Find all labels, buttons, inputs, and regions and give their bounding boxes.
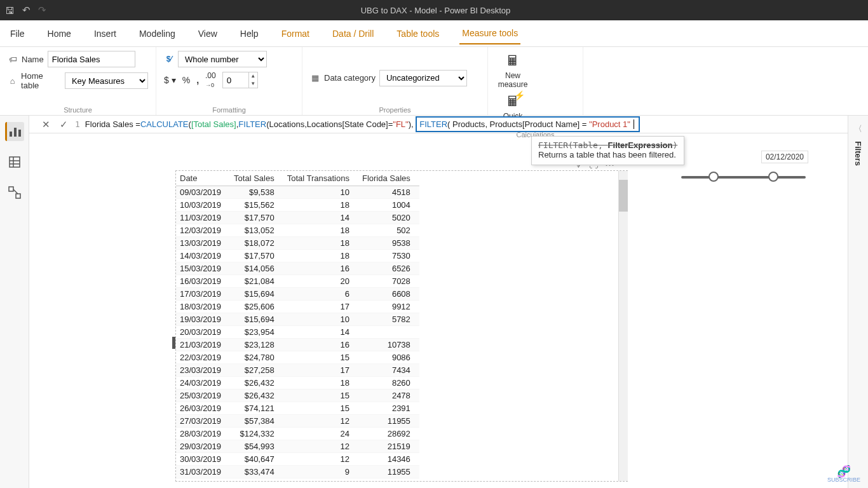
- table-row[interactable]: 28/03/2019$124,3322428692: [176, 428, 419, 440]
- table-row[interactable]: 11/03/2019$17,570145020: [176, 212, 419, 224]
- table-row[interactable]: 29/03/2019$54,9931221519: [176, 440, 419, 453]
- table-row[interactable]: 31/03/2019$33,474911955: [176, 466, 419, 478]
- column-header[interactable]: Total Transations: [283, 171, 358, 186]
- table-row[interactable]: 13/03/2019$18,072189538: [176, 237, 419, 250]
- cell-value: $13,052: [230, 224, 283, 237]
- slicer-end-date[interactable]: 02/12/2020: [761, 151, 808, 163]
- home-table-select[interactable]: Key Measures: [65, 72, 148, 89]
- svg-rect-1: [14, 128, 17, 137]
- cell-value: 14346: [358, 453, 419, 466]
- cell-value: 6: [283, 288, 358, 301]
- table-row[interactable]: 21/03/2019$23,1281610738: [176, 339, 419, 351]
- filters-pane-collapsed[interactable]: 〈 Filters: [848, 116, 868, 488]
- cell-date: 10/03/2019: [176, 199, 230, 212]
- name-input[interactable]: [48, 51, 135, 67]
- menu-view[interactable]: View: [196, 24, 220, 44]
- currency-button[interactable]: $ ▾: [164, 75, 176, 85]
- cell-date: 30/03/2019: [176, 453, 230, 466]
- cell-value: $21,084: [230, 275, 283, 288]
- redo-icon[interactable]: ↷: [38, 4, 46, 16]
- table-row[interactable]: 30/03/2019$40,6471214346: [176, 453, 419, 466]
- percent-button[interactable]: %: [182, 75, 190, 85]
- cell-date: 27/03/2019: [176, 415, 230, 428]
- table-row[interactable]: 16/03/2019$21,084207028: [176, 275, 419, 288]
- comma-button[interactable]: ,: [196, 75, 199, 85]
- formula-cancel-icon[interactable]: ✕: [37, 119, 55, 130]
- menu-home[interactable]: Home: [45, 24, 74, 44]
- cell-value: 9538: [358, 237, 419, 250]
- formula-line-number: 1: [75, 119, 80, 129]
- data-category-select[interactable]: Uncategorized: [379, 70, 467, 86]
- report-view-icon[interactable]: [5, 122, 24, 141]
- menu-data-drill[interactable]: Data / Drill: [330, 24, 376, 44]
- table-row[interactable]: 25/03/2019$26,432152478: [176, 390, 419, 402]
- cell-date: 12/03/2019: [176, 224, 230, 237]
- formula-bar[interactable]: ✕ ✓ 1 Florida Sales = CALCULATE( [Total …: [0, 116, 868, 133]
- table-row[interactable]: 12/03/2019$13,05218502: [176, 224, 419, 237]
- table-row[interactable]: 24/03/2019$26,432188260: [176, 377, 419, 390]
- table-row[interactable]: 15/03/2019$14,056166526: [176, 262, 419, 275]
- menu-table-tools[interactable]: Table tools: [394, 24, 442, 44]
- column-header[interactable]: Total Sales: [230, 171, 283, 186]
- column-header[interactable]: Date: [176, 171, 230, 186]
- table-row[interactable]: 18/03/2019$25,606179912: [176, 301, 419, 313]
- format-select[interactable]: Whole number: [178, 51, 267, 67]
- cell-date: 20/03/2019: [176, 326, 230, 339]
- quick-measure-icon: 🖩⚡: [503, 93, 523, 111]
- cell-date: 28/03/2019: [176, 428, 230, 440]
- table-row[interactable]: 10/03/2019$15,562181004: [176, 199, 419, 212]
- menu-help[interactable]: Help: [238, 24, 261, 44]
- decimals-down[interactable]: ▼: [249, 80, 257, 88]
- cell-value: 16: [283, 339, 358, 351]
- menu-format[interactable]: Format: [279, 24, 312, 44]
- formula-code[interactable]: Florida Sales = CALCULATE( [Total Sales]…: [85, 116, 640, 132]
- table-row[interactable]: 26/03/2019$74,121152391: [176, 402, 419, 415]
- cell-value: $124,332: [230, 428, 283, 440]
- cell-value: 10: [283, 313, 358, 326]
- decimals-up[interactable]: ▲: [249, 72, 257, 80]
- table-row[interactable]: 22/03/2019$24,780159086: [176, 351, 419, 364]
- menu-modeling[interactable]: Modeling: [137, 24, 178, 44]
- menu-file[interactable]: File: [8, 24, 27, 44]
- save-icon[interactable]: 🖫: [5, 5, 15, 16]
- data-view-icon[interactable]: [5, 152, 24, 172]
- formula-commit-icon[interactable]: ✓: [55, 119, 72, 130]
- cell-value: 18: [283, 250, 358, 262]
- cell-value: 9086: [358, 351, 419, 364]
- table-row[interactable]: 14/03/2019$17,570187530: [176, 250, 419, 262]
- undo-icon[interactable]: ↶: [22, 4, 31, 16]
- cell-date: 26/03/2019: [176, 402, 230, 415]
- cell-date: 23/03/2019: [176, 364, 230, 377]
- cell-value: 16: [283, 262, 358, 275]
- new-measure-button[interactable]: 🖩 New measure: [496, 52, 530, 89]
- cell-date: 19/03/2019: [176, 313, 230, 326]
- category-icon: ▦: [310, 73, 320, 83]
- table-row[interactable]: 23/03/2019$27,258177434: [176, 364, 419, 377]
- data-table: DateTotal SalesTotal TransationsFlorida …: [176, 171, 419, 478]
- cell-value: $24,780: [230, 351, 283, 364]
- slicer-track[interactable]: [681, 176, 806, 179]
- table-row[interactable]: 09/03/2019$9,538104518: [176, 186, 419, 199]
- slicer-thumb-left[interactable]: [709, 172, 719, 182]
- cell-value: $54,993: [230, 440, 283, 453]
- scrollbar-thumb[interactable]: [619, 180, 628, 212]
- cell-value: 9: [283, 466, 358, 478]
- decimals-icon[interactable]: .00→0: [205, 71, 216, 89]
- date-slicer[interactable]: 09/03/2019 02/12/2020: [679, 151, 808, 179]
- group-structure: Structure: [8, 106, 148, 114]
- table-visual[interactable]: DateTotal SalesTotal TransationsFlorida …: [175, 170, 628, 482]
- group-formatting: Formatting: [164, 106, 294, 114]
- filters-label: Filters: [853, 141, 863, 166]
- slicer-thumb-right[interactable]: [768, 172, 778, 182]
- menu-insert[interactable]: Insert: [92, 24, 119, 44]
- cell-value: 10: [283, 186, 358, 199]
- expand-filters-icon[interactable]: 〈: [854, 123, 862, 135]
- table-row[interactable]: 27/03/2019$57,3841211955: [176, 415, 419, 428]
- table-row[interactable]: 17/03/2019$15,69466608: [176, 288, 419, 301]
- column-header[interactable]: Florida Sales: [358, 171, 419, 186]
- menu-measure-tools[interactable]: Measure tools: [459, 23, 520, 44]
- table-row[interactable]: 20/03/2019$23,95414: [176, 326, 419, 339]
- model-view-icon[interactable]: [5, 183, 24, 202]
- table-row[interactable]: 19/03/2019$15,694105782: [176, 313, 419, 326]
- cell-date: 15/03/2019: [176, 262, 230, 275]
